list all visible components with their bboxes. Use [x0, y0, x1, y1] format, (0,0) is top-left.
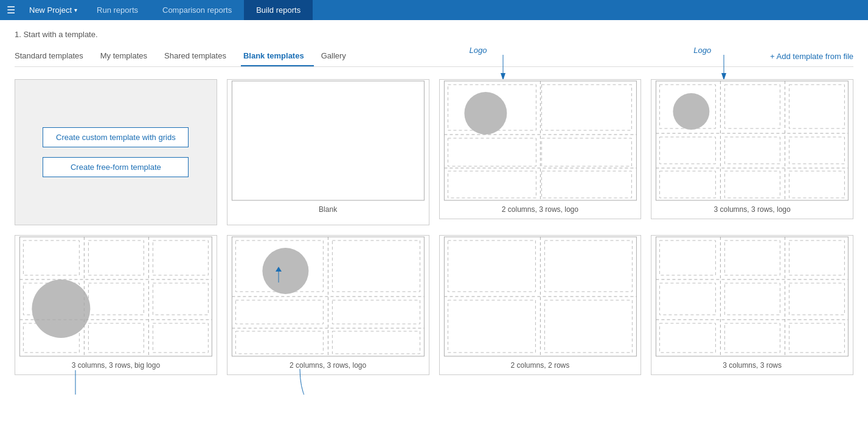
template-3col-3row-logo-wrapper: Logo [651, 79, 853, 225]
template-grid-bottom-wrapper: 3 columns, 3 rows, big logo Logo [15, 235, 853, 375]
logo-annotation-1: Logo [470, 46, 487, 55]
template-grid-bottom: 3 columns, 3 rows, big logo Logo [15, 235, 853, 375]
chevron-down-icon: ▾ [74, 7, 77, 13]
logo-arrow-4-up [269, 265, 288, 284]
nav-tab-comparison-reports[interactable]: Comparison reports [150, 0, 244, 20]
tab-blank-templates[interactable]: Blank templates [241, 47, 314, 66]
2col-2row-preview [440, 236, 641, 357]
2col-3row-logo2-preview [227, 236, 429, 357]
logo-arrow-4-down [288, 369, 336, 395]
template-2col-3row-logo2[interactable]: 2 columns, 3 rows, logo [227, 235, 429, 375]
svg-rect-0 [232, 81, 424, 200]
svg-point-4 [464, 92, 507, 135]
template-2col-3row-logo[interactable]: 2 columns, 3 rows, logo [439, 79, 642, 219]
project-label: New Project [29, 5, 72, 15]
template-3col-3row-biglogo[interactable]: 3 columns, 3 rows, big logo [15, 235, 217, 375]
2col-3row-logo-label: 2 columns, 3 rows, logo [499, 202, 581, 219]
custom-template-card[interactable]: Create custom template with grids Create… [15, 79, 217, 225]
3col-3row-label: 3 columns, 3 rows [720, 357, 784, 374]
blank-preview [227, 80, 429, 202]
main-content: 1. Start with a template. Standard templ… [0, 20, 868, 395]
step-label: 1. Start with a template. [15, 30, 853, 39]
template-2col-2row[interactable]: 2 columns, 2 rows [439, 235, 642, 375]
template-2col-3row-logo2-wrapper: 2 columns, 3 rows, logo Logo [227, 235, 429, 375]
tab-my-templates[interactable]: My templates [98, 47, 157, 66]
svg-marker-60 [276, 267, 282, 272]
svg-rect-68 [656, 237, 849, 356]
top-navigation: ☰ New Project ▾ Run reports Comparison r… [0, 0, 868, 20]
hamburger-menu-button[interactable]: ☰ [0, 0, 22, 20]
nav-tab-run-reports[interactable]: Run reports [85, 0, 150, 20]
logo-annotation-2: Logo [693, 46, 711, 55]
create-custom-grid-button[interactable]: Create custom template with grids [43, 127, 189, 147]
template-3col-3row[interactable]: 3 columns, 3 rows [651, 235, 853, 375]
template-3col-3row-logo[interactable]: 3 columns, 3 rows, logo [651, 79, 853, 219]
nav-tab-build-reports[interactable]: Build reports [244, 0, 313, 20]
svg-point-17 [673, 93, 710, 130]
template-blank[interactable]: Blank [227, 79, 429, 225]
tab-shared-templates[interactable]: Shared templates [162, 47, 236, 66]
2col-3row-logo-preview [440, 80, 641, 202]
tab-gallery[interactable]: Gallery [319, 47, 356, 66]
svg-point-32 [32, 279, 90, 338]
template-grid-top: Create custom template with grids Create… [15, 79, 853, 225]
logo-arrow-3 [57, 370, 94, 395]
2col-2row-label: 2 columns, 2 rows [509, 357, 572, 374]
template-2col-3row-logo-wrapper: Logo [439, 79, 642, 225]
new-project-button[interactable]: New Project ▾ [22, 0, 85, 20]
3col-3row-biglogo-preview [15, 236, 217, 357]
add-template-from-file-button[interactable]: + Add template from file [770, 48, 853, 66]
blank-label: Blank [316, 202, 339, 219]
template-3col-3row-biglogo-wrapper: 3 columns, 3 rows, big logo Logo [15, 235, 217, 375]
create-freeform-button[interactable]: Create free-form template [43, 157, 189, 177]
tab-standard-templates[interactable]: Standard templates [15, 47, 93, 66]
3col-3row-logo-label: 3 columns, 3 rows, logo [712, 202, 793, 219]
3col-3row-preview [651, 236, 853, 357]
3col-3row-logo-preview [651, 80, 853, 202]
